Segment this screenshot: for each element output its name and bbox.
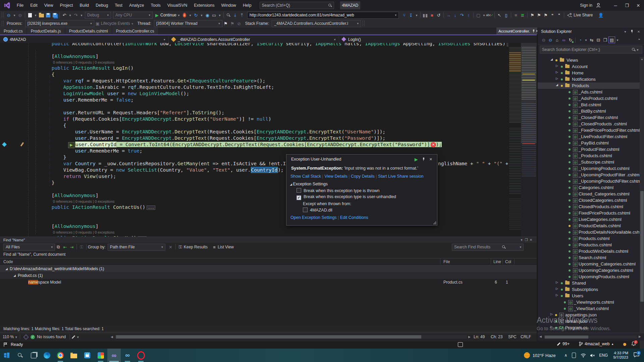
tab-productscontroller.cs[interactable]: ProductsController.cs bbox=[112, 27, 158, 35]
se-item--closedfilter-cshtml[interactable]: @_ClosedFilter.cshtml bbox=[538, 114, 640, 121]
file-explorer-icon[interactable] bbox=[67, 349, 80, 362]
codelens-info[interactable]: 0 references | 0 requests | 0 exceptions bbox=[0, 60, 508, 65]
solution-badge[interactable]: 4MAZAD bbox=[340, 1, 361, 9]
se-item-account[interactable]: ▷Account bbox=[538, 63, 640, 70]
redo-dropdown[interactable]: ▾ bbox=[79, 12, 84, 18]
tab-product.cs[interactable]: Product.cs bbox=[0, 27, 26, 35]
restart-dropdown[interactable]: ▾ bbox=[199, 12, 204, 18]
minimap[interactable] bbox=[509, 43, 521, 237]
step-out-icon[interactable]: ↑ bbox=[465, 12, 472, 18]
procbar-grip2[interactable] bbox=[363, 21, 365, 26]
cb-thrown-checkbox[interactable] bbox=[297, 188, 301, 193]
se-item-shared[interactable]: ▷Shared bbox=[538, 280, 640, 286]
col-file[interactable]: File bbox=[443, 259, 450, 264]
se-item--adsproduct-cshtml[interactable]: @_AdsProduct.cshtml bbox=[538, 95, 640, 102]
se-show-all-dropdown[interactable]: ▾ bbox=[615, 37, 620, 43]
background-tasks-icon[interactable] bbox=[458, 342, 463, 347]
bookmark-icon[interactable]: ⚑ bbox=[529, 12, 536, 18]
collapsed-arrow-icon[interactable]: ▷ bbox=[556, 281, 558, 284]
se-h-scrollbar[interactable] bbox=[544, 336, 637, 339]
keep-results-lock-icon[interactable]: ⚿ bbox=[177, 244, 184, 250]
visual-studio-blue-icon[interactable]: ∞ bbox=[121, 349, 134, 362]
user-avatar-icon[interactable] bbox=[596, 3, 601, 8]
menu-build[interactable]: Build bbox=[76, 3, 92, 8]
codelens-info[interactable]: 0 references | 0 requests | 0 exceptions bbox=[0, 230, 508, 235]
code-line[interactable]: LoginViewModel user = new LoginViewModel… bbox=[0, 90, 508, 97]
close-button[interactable]: ✕ bbox=[633, 1, 644, 10]
se-item--products-cshtml[interactable]: @_Products.cshtml bbox=[538, 153, 640, 159]
code-line[interactable] bbox=[0, 103, 508, 110]
se-item-upcomingcategories-cshtml[interactable]: @UpcomingCategories.cshtml bbox=[538, 267, 640, 274]
exception-link-edit-conditions[interactable]: Edit Conditions bbox=[340, 215, 368, 220]
menu-analyze[interactable]: Analyze bbox=[126, 3, 147, 8]
cb-unhandled-row[interactable]: ✓Break when this exception type is user-… bbox=[286, 193, 437, 200]
expanded-arrow-icon[interactable]: ◢ bbox=[556, 83, 558, 86]
col-code[interactable]: Code bbox=[3, 259, 13, 264]
crumb-type[interactable]: _4MAZAD.Controllers.AccountController bbox=[178, 37, 250, 42]
h-scroll-right-arrow[interactable]: ▶ bbox=[468, 335, 471, 339]
navigate-back-dropdown[interactable]: ▾ bbox=[12, 12, 17, 18]
group-by-dropdown[interactable]: Path then File▾ bbox=[108, 244, 165, 251]
se-item-productdetails-cshtml[interactable]: @ProductDetails.cshtml bbox=[538, 223, 640, 229]
se-properties-icon[interactable]: ❐ bbox=[602, 37, 608, 43]
start-button[interactable] bbox=[0, 349, 13, 362]
expanded-arrow-icon[interactable]: ◢ bbox=[550, 58, 553, 61]
se-overflow-icon[interactable]: ❞ bbox=[637, 37, 642, 43]
collapsed-arrow-icon[interactable]: ▷ bbox=[556, 64, 558, 67]
hex-display-icon[interactable]: ▢ bbox=[475, 12, 482, 18]
exception-pin-icon[interactable] bbox=[422, 158, 425, 161]
store-icon[interactable] bbox=[80, 349, 94, 362]
se-item--closedproducts-cshtml[interactable]: @_ClosedProducts .cshtml bbox=[538, 121, 640, 127]
bookmark-next-icon[interactable]: ⚑ bbox=[542, 12, 549, 18]
stack-frame-dropdown[interactable]: _4MAZAD.Controllers.AccountController.l▾ bbox=[272, 20, 361, 27]
toolbar-grip[interactable] bbox=[2, 12, 4, 18]
restart-icon[interactable]: ↻ bbox=[193, 12, 199, 18]
step-into-icon[interactable]: ↓ bbox=[452, 12, 459, 18]
se-item-subscriptions[interactable]: ▷Subscriptions bbox=[538, 286, 640, 293]
code-line[interactable]: user.RememberMe = false; bbox=[0, 97, 508, 103]
undo-icon[interactable]: ↶ bbox=[61, 12, 68, 18]
menu-help[interactable]: Help bbox=[239, 3, 255, 8]
cb-module-checkbox[interactable] bbox=[303, 207, 308, 212]
restart-debug-icon[interactable]: ↺ bbox=[435, 12, 442, 18]
restore-button[interactable]: ❐ bbox=[621, 1, 633, 10]
se-item--upcomingproduct-cshtml[interactable]: @_UpcomingProduct.cshtml bbox=[538, 165, 640, 172]
hot-reload-icon[interactable] bbox=[181, 12, 188, 18]
code-line[interactable]: user.UserName = EncryptANDDecrypt.Decryp… bbox=[0, 129, 508, 135]
code-line[interactable]: if (Request.Cookies[EncryptANDDecrypt.En… bbox=[0, 116, 508, 122]
popup-resize-grip[interactable] bbox=[433, 222, 436, 224]
se-item-livecategories-cshtml[interactable]: @LiveCategories.cshtml bbox=[538, 216, 640, 223]
stop-icon[interactable]: ■ bbox=[429, 12, 435, 18]
volume-muted-icon[interactable] bbox=[590, 353, 595, 358]
save-all-icon[interactable] bbox=[51, 12, 58, 18]
se-item-productwindetails-cshtml[interactable]: @ProductWinDetails.cshtml bbox=[538, 248, 640, 254]
find-panel-float-icon[interactable]: ❐ bbox=[524, 237, 529, 243]
se-dropdown-icon[interactable]: ▾ bbox=[623, 28, 628, 35]
collapsed-arrow-icon[interactable]: ▷ bbox=[556, 287, 558, 290]
tab-productdetails.js[interactable]: ProductDetails.js bbox=[27, 27, 65, 35]
exception-close-icon[interactable]: ✕ bbox=[429, 157, 432, 162]
keep-results-label[interactable]: Keep Results bbox=[184, 245, 208, 249]
se-item-productdetailsnotavailable-cshtml[interactable]: @ProductDetailsNotAvailable.cshtml bbox=[538, 229, 640, 235]
se-switch-views-icon[interactable]: ∞ bbox=[560, 37, 567, 43]
se-item--upcomingproductfilter-cshtml[interactable]: @_UpcomingProductFilter .cshtml bbox=[538, 172, 640, 178]
sign-in-link[interactable]: Sign in bbox=[580, 3, 592, 8]
wifi-icon[interactable] bbox=[581, 353, 586, 358]
collapsed-arrow-icon[interactable]: ▷ bbox=[556, 70, 558, 74]
code-line[interactable] bbox=[0, 47, 508, 53]
se-item--paybid-cshtml[interactable]: @_PayBid.cshtml bbox=[538, 140, 640, 146]
exception-settings-expander[interactable]: ◢ bbox=[290, 183, 293, 186]
parameter-info-icon[interactable]: ≣ bbox=[519, 12, 526, 18]
find-result-row[interactable]: namespace Model Product.cs 6 1 bbox=[0, 279, 537, 286]
continue-dropdown[interactable]: ▾ bbox=[176, 12, 181, 18]
process-dropdown[interactable]: [32828] iisexpress.exe▾ bbox=[25, 20, 94, 27]
code-line[interactable]: { bbox=[0, 71, 508, 78]
se-item--viewstart-cshtml[interactable]: @_ViewStart.cshtml bbox=[538, 305, 640, 312]
url-address-box[interactable]: http://condor1243.startdedicated.com:81/… bbox=[247, 12, 399, 19]
se-show-all-files-icon[interactable]: ▤ bbox=[608, 37, 615, 43]
selected-identifier[interactable]: CountryId bbox=[251, 167, 278, 173]
hot-reload-dropdown[interactable]: ▾ bbox=[188, 12, 193, 18]
code-cleanup-dropdown[interactable]: ▾ bbox=[75, 334, 80, 340]
se-search-box[interactable]: Search Solution Explorer (Ctrl+;) ▾ bbox=[540, 46, 642, 54]
code-line[interactable]: { bbox=[0, 122, 508, 129]
